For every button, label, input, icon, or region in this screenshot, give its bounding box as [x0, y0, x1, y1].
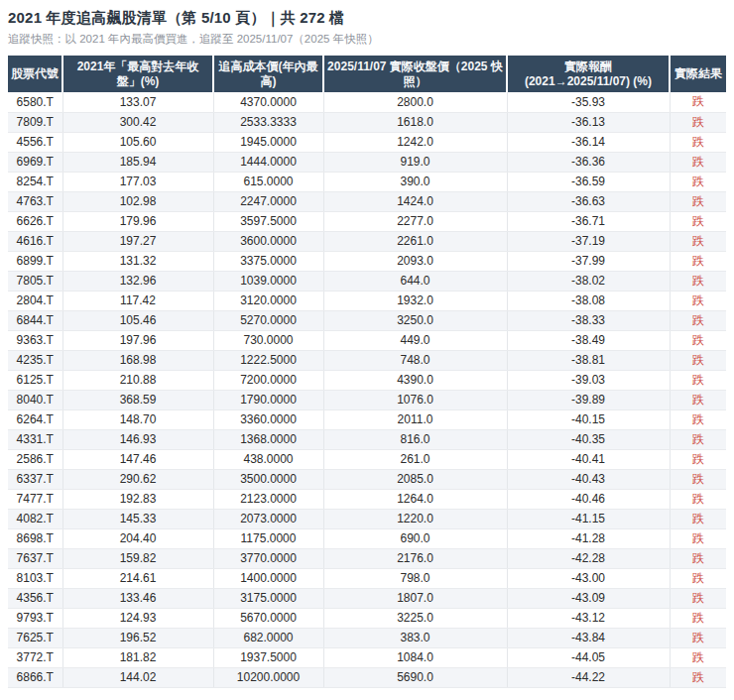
- cell-close: 1084.0: [323, 647, 507, 667]
- cell-cost: 1175.0000: [213, 528, 323, 548]
- cell-pct: 102.98: [62, 191, 213, 211]
- cell-return: -36.14: [507, 132, 670, 152]
- table-row: 8698.T204.401175.0000690.0-41.28跌: [8, 528, 726, 548]
- table-header-row: 股票代號2021年「最高對去年收盤」(%)追高成本價(年內最高)2025/11/…: [8, 56, 726, 92]
- cell-pct: 132.96: [62, 271, 213, 291]
- cell-result: 跌: [670, 568, 726, 588]
- cell-cost: 2123.0000: [213, 489, 323, 509]
- column-header-code: 股票代號: [8, 56, 62, 92]
- cell-cost: 682.0000: [213, 628, 323, 647]
- table-row: 8254.T177.03615.0000390.0-36.59跌: [8, 172, 726, 191]
- cell-return: -38.33: [507, 310, 670, 330]
- cell-close: 644.0: [323, 271, 507, 291]
- cell-pct: 145.33: [62, 509, 213, 528]
- cell-pct: 105.60: [62, 132, 213, 152]
- column-header-return: 實際報酬 (2021→2025/11/07) (%): [507, 56, 670, 92]
- cell-cost: 3375.0000: [213, 251, 323, 271]
- cell-result: 跌: [670, 667, 726, 687]
- cell-pct: 133.46: [62, 588, 213, 608]
- table-row: 6264.T148.703360.00002011.0-40.15跌: [8, 409, 726, 429]
- cell-result: 跌: [670, 310, 726, 330]
- cell-code: 4082.T: [8, 509, 62, 528]
- cell-return: -38.02: [507, 271, 670, 291]
- cell-pct: 144.02: [62, 667, 213, 687]
- cell-result: 跌: [670, 509, 726, 528]
- cell-return: -40.15: [507, 409, 670, 429]
- cell-pct: 214.61: [62, 568, 213, 588]
- cell-return: -41.28: [507, 528, 670, 548]
- cell-return: -39.03: [507, 370, 670, 390]
- cell-pct: 210.88: [62, 370, 213, 390]
- table-row: 9363.T197.96730.0000449.0-38.49跌: [8, 330, 726, 350]
- cell-pct: 197.96: [62, 330, 213, 350]
- cell-pct: 181.82: [62, 647, 213, 667]
- column-header-close: 2025/11/07 實際收盤價（2025 快照）: [323, 56, 507, 92]
- table-row: 4616.T197.273600.00002261.0-37.19跌: [8, 231, 726, 251]
- cell-result: 跌: [670, 152, 726, 172]
- table-row: 7625.T196.52682.0000383.0-43.84跌: [8, 628, 726, 647]
- cell-cost: 4370.0000: [213, 92, 323, 112]
- cell-code: 6264.T: [8, 409, 62, 429]
- cell-pct: 147.46: [62, 449, 213, 469]
- cell-pct: 105.46: [62, 310, 213, 330]
- cell-return: -38.49: [507, 330, 670, 350]
- table-row: 4331.T146.931368.0000816.0-40.35跌: [8, 429, 726, 449]
- cell-pct: 177.03: [62, 172, 213, 191]
- cell-code: 6866.T: [8, 667, 62, 687]
- cell-return: -37.99: [507, 251, 670, 271]
- cell-code: 4331.T: [8, 429, 62, 449]
- cell-close: 2085.0: [323, 469, 507, 489]
- cell-pct: 168.98: [62, 350, 213, 370]
- cell-return: -36.36: [507, 152, 670, 172]
- cell-close: 748.0: [323, 350, 507, 370]
- cell-return: -37.19: [507, 231, 670, 251]
- cell-close: 383.0: [323, 628, 507, 647]
- cell-return: -35.93: [507, 92, 670, 112]
- cell-cost: 3175.0000: [213, 588, 323, 608]
- cell-close: 261.0: [323, 449, 507, 469]
- cell-cost: 1368.0000: [213, 429, 323, 449]
- cell-result: 跌: [670, 588, 726, 608]
- table-row: 3772.T181.821937.50001084.0-44.05跌: [8, 647, 726, 667]
- cell-cost: 10200.0000: [213, 667, 323, 687]
- cell-pct: 148.70: [62, 409, 213, 429]
- cell-close: 5690.0: [323, 667, 507, 687]
- cell-close: 1264.0: [323, 489, 507, 509]
- cell-cost: 3360.0000: [213, 409, 323, 429]
- cell-cost: 2073.0000: [213, 509, 323, 528]
- page-title: 2021 年度追高飆股清單（第 5/10 頁）｜共 272 檔: [8, 8, 726, 28]
- cell-return: -43.09: [507, 588, 670, 608]
- table-row: 6580.T133.074370.00002800.0-35.93跌: [8, 92, 726, 112]
- cell-code: 9363.T: [8, 330, 62, 350]
- cell-result: 跌: [670, 469, 726, 489]
- cell-cost: 5670.0000: [213, 608, 323, 628]
- cell-return: -44.05: [507, 647, 670, 667]
- cell-code: 8040.T: [8, 390, 62, 409]
- table-row: 6844.T105.465270.00003250.0-38.33跌: [8, 310, 726, 330]
- cell-return: -38.81: [507, 350, 670, 370]
- cell-code: 6337.T: [8, 469, 62, 489]
- cell-return: -36.63: [507, 191, 670, 211]
- cell-cost: 1444.0000: [213, 152, 323, 172]
- cell-code: 9793.T: [8, 608, 62, 628]
- cell-code: 2586.T: [8, 449, 62, 469]
- page-subtitle: 追蹤快照：以 2021 年內最高價買進，追蹤至 2025/11/07（2025 …: [8, 31, 726, 47]
- table-row: 4763.T102.982247.00001424.0-36.63跌: [8, 191, 726, 211]
- cell-close: 798.0: [323, 568, 507, 588]
- cell-pct: 300.42: [62, 112, 213, 132]
- cell-code: 7805.T: [8, 271, 62, 291]
- cell-code: 3772.T: [8, 647, 62, 667]
- cell-code: 6125.T: [8, 370, 62, 390]
- cell-code: 4235.T: [8, 350, 62, 370]
- cell-result: 跌: [670, 429, 726, 449]
- cell-result: 跌: [670, 608, 726, 628]
- cell-code: 8103.T: [8, 568, 62, 588]
- table-row: 7477.T192.832123.00001264.0-40.46跌: [8, 489, 726, 509]
- cell-cost: 1945.0000: [213, 132, 323, 152]
- cell-cost: 3770.0000: [213, 548, 323, 568]
- cell-close: 2800.0: [323, 92, 507, 112]
- cell-close: 1220.0: [323, 509, 507, 528]
- cell-result: 跌: [670, 191, 726, 211]
- cell-close: 1807.0: [323, 588, 507, 608]
- cell-pct: 368.59: [62, 390, 213, 409]
